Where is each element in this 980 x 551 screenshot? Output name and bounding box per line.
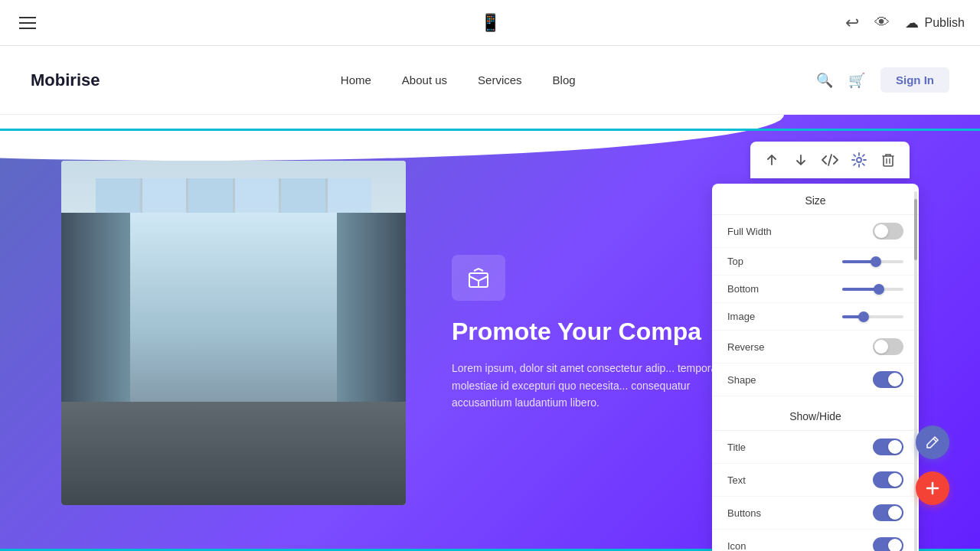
scrollbar-thumb[interactable] [914, 199, 917, 260]
publish-label: Publish [925, 16, 965, 30]
reverse-label: Reverse [727, 341, 764, 353]
cart-icon[interactable]: 🛒 [848, 72, 865, 89]
undo-button[interactable]: ↩ [845, 13, 859, 33]
image-label: Image [727, 311, 755, 322]
top-row: Top [712, 248, 919, 276]
full-width-row: Full Width [712, 215, 919, 248]
plus-icon [923, 479, 942, 497]
move-down-button[interactable] [787, 146, 815, 174]
text-toggle[interactable] [873, 471, 903, 488]
gear-icon [851, 152, 867, 168]
hero-body: Lorem ipsum, dolor sit amet consectetur … [452, 360, 743, 411]
size-section-title: Size [712, 184, 919, 215]
nav-bar: Mobirise Home About us Services Blog 🔍 🛒… [0, 46, 980, 115]
icon-label: Icon [727, 540, 746, 552]
edit-fab[interactable] [916, 425, 949, 459]
text-label: Text [727, 474, 746, 486]
top-slider[interactable] [842, 260, 903, 263]
image-row: Image [712, 303, 919, 331]
svg-point-3 [857, 158, 861, 162]
box-icon [466, 266, 491, 290]
move-up-button[interactable] [758, 146, 786, 174]
bottom-row: Bottom [712, 276, 919, 303]
toolbar-right: ↩ 👁 ☁ Publish [845, 13, 965, 33]
title-row: Title [712, 431, 919, 464]
scrollbar[interactable] [914, 191, 917, 551]
shape-label: Shape [727, 374, 756, 386]
pencil-icon [925, 435, 940, 450]
image-slider[interactable] [842, 315, 903, 318]
mobile-icon: 📱 [480, 13, 501, 32]
reverse-row: Reverse [712, 331, 919, 364]
buttons-toggle[interactable] [873, 504, 903, 521]
nav-right: 🔍 🛒 Sign In [816, 67, 949, 93]
title-label: Title [727, 442, 746, 453]
buttons-row: Buttons [712, 497, 919, 530]
toolbar-center: 📱 [480, 13, 501, 33]
top-toolbar: 📱 ↩ 👁 ☁ Publish [0, 0, 980, 46]
code-icon [822, 153, 838, 167]
hero-image [61, 161, 406, 505]
trash-icon [882, 153, 894, 167]
nav-links: Home About us Services Blog [341, 73, 576, 86]
text-row: Text [712, 464, 919, 497]
settings-button[interactable] [845, 146, 873, 174]
delete-button[interactable] [874, 146, 902, 174]
building-visual [61, 161, 406, 505]
title-toggle[interactable] [873, 439, 903, 455]
nav-link-about[interactable]: About us [402, 73, 447, 86]
full-width-toggle[interactable] [873, 223, 903, 240]
icon-toggle[interactable] [873, 537, 903, 551]
settings-panel: Size Full Width Top Bottom Image Reverse… [712, 184, 919, 551]
svg-line-2 [828, 155, 831, 165]
block-controls [750, 142, 910, 178]
hero-highlight-top [0, 129, 980, 131]
preview-button[interactable]: 👁 [874, 14, 890, 31]
signin-button[interactable]: Sign In [880, 67, 949, 93]
icon-row: Icon [712, 530, 919, 551]
shape-toggle[interactable] [873, 371, 903, 388]
mobile-view-button[interactable]: 📱 [480, 13, 501, 33]
hamburger-icon[interactable] [15, 13, 40, 33]
nav-link-services[interactable]: Services [478, 73, 522, 86]
code-button[interactable] [816, 146, 844, 174]
upload-icon: ☁ [905, 15, 919, 31]
shape-row: Shape [712, 364, 919, 396]
top-label: Top [727, 256, 743, 267]
nav-link-home[interactable]: Home [341, 73, 371, 86]
publish-button[interactable]: ☁ Publish [905, 15, 965, 31]
search-icon[interactable]: 🔍 [816, 72, 833, 89]
bottom-slider[interactable] [842, 288, 903, 291]
full-width-label: Full Width [727, 226, 772, 237]
buttons-label: Buttons [727, 507, 761, 519]
nav-logo: Mobirise [31, 70, 100, 90]
hero-icon-box [452, 255, 505, 301]
reverse-toggle[interactable] [873, 338, 903, 355]
add-fab[interactable] [916, 471, 949, 505]
toolbar-left [15, 13, 40, 33]
show-hide-section-title: Show/Hide [712, 399, 919, 431]
up-arrow-icon [765, 153, 779, 167]
down-arrow-icon [794, 153, 808, 167]
nav-link-blog[interactable]: Blog [553, 73, 576, 86]
bottom-label: Bottom [727, 283, 759, 295]
